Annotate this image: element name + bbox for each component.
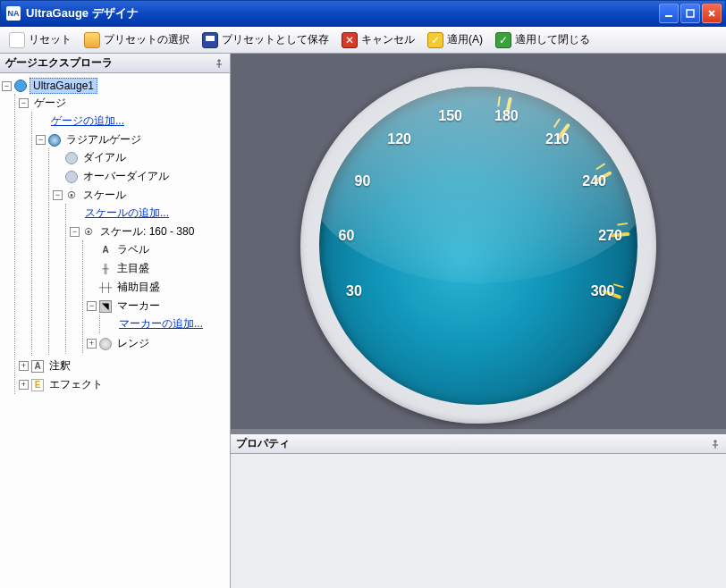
explorer-header: ゲージエクスプローラ [0,54,230,73]
reset-label: リセット [29,32,72,47]
main-area: ゲージエクスプローラ − UltraGauge1 − [0,54,726,588]
expand-toggle[interactable]: − [53,190,63,200]
window-buttons [659,4,722,23]
tree-node-annotations[interactable]: 注釈 [46,357,73,374]
properties-title: プロパティ [236,436,290,451]
expand-toggle[interactable]: − [19,98,29,108]
svg-line-11 [614,284,623,287]
toolbar: リセット プリセットの選択 プリセットとして保存 ✕ キャンセル ✓ 適用(A)… [0,27,726,54]
page-icon [9,32,25,48]
gauge-label: 150 [438,108,462,124]
close-button[interactable] [702,4,722,23]
minor-tick-icon: ┼┼ [99,281,112,294]
tree-node-ranges[interactable]: レンジ [114,335,152,352]
apply-close-button[interactable]: ✓ 適用して閉じる [490,30,595,50]
effects-icon: E [31,379,44,391]
reset-button[interactable]: リセット [4,30,77,50]
apply-button[interactable]: ✓ 適用(A) [422,30,488,50]
gauge-explorer-panel: ゲージエクスプローラ − UltraGauge1 − [0,54,231,588]
gauge-label: 60 [339,228,355,244]
choose-preset-button[interactable]: プリセットの選択 [79,30,195,50]
tree-node-overdial[interactable]: オーバーダイアル [80,168,172,185]
gauge-bezel: 306090120150180210240270300 [300,68,656,424]
save-preset-button[interactable]: プリセットとして保存 [197,30,334,50]
dial-icon [65,152,78,164]
gauge-label: 240 [582,173,606,189]
range-icon [99,338,112,350]
gauge-root-icon [14,80,27,92]
tree-node-dial[interactable]: ダイアル [80,149,129,166]
title-bar: NA UltraGauge デザイナ [0,0,726,27]
gauge-label: 300 [591,283,615,299]
svg-rect-0 [665,15,672,17]
properties-body[interactable] [231,454,726,588]
save-icon [202,32,218,48]
scale-icon: ⦿ [82,226,95,239]
cancel-icon: ✕ [342,32,358,48]
radial-gauge-icon [48,134,61,147]
tree-node-scale-item[interactable]: スケール: 160 - 380 [97,223,197,240]
tree-node-major[interactable]: 主目盛 [114,260,152,277]
scales-icon: ⦿ [65,189,78,202]
app-icon: NA [6,6,21,21]
apply-icon: ✓ [427,32,443,48]
tree-node-radial[interactable]: ラジアルゲージ [63,131,144,148]
tree-node-minor[interactable]: 補助目盛 [114,279,163,296]
gauge-canvas[interactable]: 306090120150180210240270300 [231,54,726,429]
svg-line-8 [554,119,559,126]
tree-link-add-marker[interactable]: マーカーの追加... [116,315,206,332]
gauge-label: 210 [545,131,570,147]
cancel-label: キャンセル [361,32,415,47]
expand-toggle[interactable]: − [36,135,46,145]
expand-toggle[interactable]: + [19,380,29,390]
explorer-title: ゲージエクスプローラ [5,55,113,71]
tree-node-effects[interactable]: エフェクト [46,376,106,393]
gauge-tree[interactable]: − UltraGauge1 − ゲージ [0,73,230,588]
folder-icon [84,32,100,48]
gauge-svg [319,87,637,405]
label-icon: A [99,244,112,256]
svg-rect-1 [687,10,694,17]
gauge-face: 306090120150180210240270300 [319,87,637,405]
svg-line-9 [597,164,604,169]
expand-toggle[interactable]: + [19,361,29,371]
gauge-label: 90 [355,173,371,189]
gauge-label: 30 [346,283,362,299]
tree-link-add-gauge[interactable]: ゲージの追加... [48,113,127,130]
ok-icon: ✓ [495,32,511,48]
annotation-icon: A [31,360,44,373]
tree-node-markers[interactable]: マーカー [114,298,163,315]
gauge-label: 270 [598,228,622,244]
expand-toggle[interactable]: − [70,227,80,237]
properties-header: プロパティ [231,434,726,454]
maximize-button[interactable] [680,4,700,23]
save-preset-label: プリセットとして保存 [222,32,329,47]
expand-toggle[interactable]: − [87,301,97,311]
tree-node-root[interactable]: UltraGauge1 [30,78,97,94]
tree-node-labels[interactable]: ラベル [114,241,152,258]
tree-link-add-scale[interactable]: スケールの追加... [82,205,172,222]
window-title: UltraGauge デザイナ [26,5,659,21]
pin-icon[interactable] [214,58,224,69]
pin-icon[interactable] [710,439,721,449]
marker-icon: ◥ [99,300,112,313]
expand-toggle[interactable]: − [2,81,12,91]
expand-toggle[interactable]: + [87,339,97,349]
svg-line-10 [618,223,627,224]
tree-node-gauges[interactable]: ゲージ [31,95,69,112]
major-tick-icon: ╫ [99,263,112,275]
apply-close-label: 適用して閉じる [515,32,590,47]
tree-node-scales[interactable]: スケール [80,187,129,204]
gauge-label: 120 [387,131,411,147]
cancel-button[interactable]: ✕ キャンセル [336,30,420,50]
choose-preset-label: プリセットの選択 [104,32,190,47]
over-dial-icon [65,171,78,183]
svg-line-7 [498,97,499,106]
gauge-label: 180 [494,108,519,124]
minimize-button[interactable] [659,4,679,23]
right-pane: 306090120150180210240270300 プロパティ [231,54,726,588]
properties-panel: プロパティ [231,429,726,588]
apply-label: 適用(A) [447,32,483,47]
